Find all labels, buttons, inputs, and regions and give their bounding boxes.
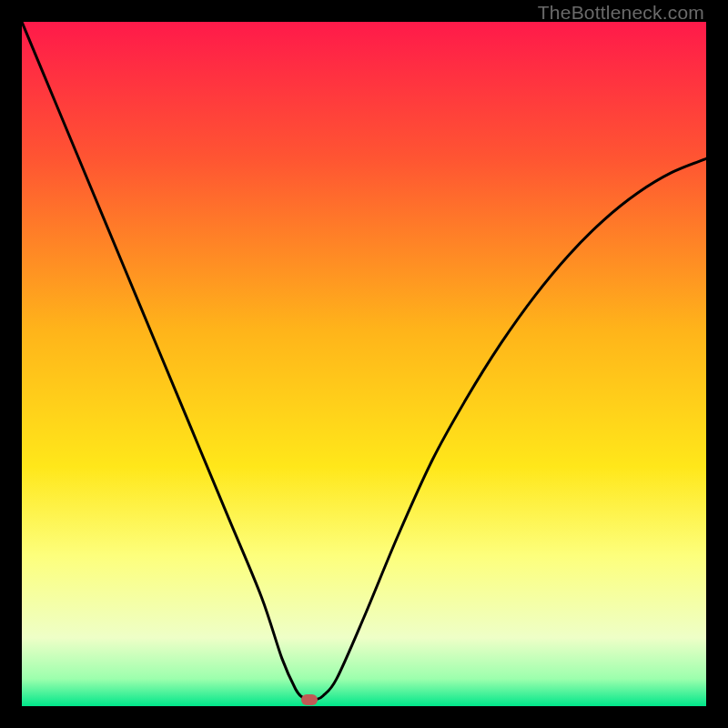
- watermark-text: TheBottleneck.com: [538, 2, 704, 24]
- chart-frame: [22, 22, 706, 706]
- optimal-point-marker: [301, 694, 318, 705]
- bottleneck-curve: [22, 22, 706, 706]
